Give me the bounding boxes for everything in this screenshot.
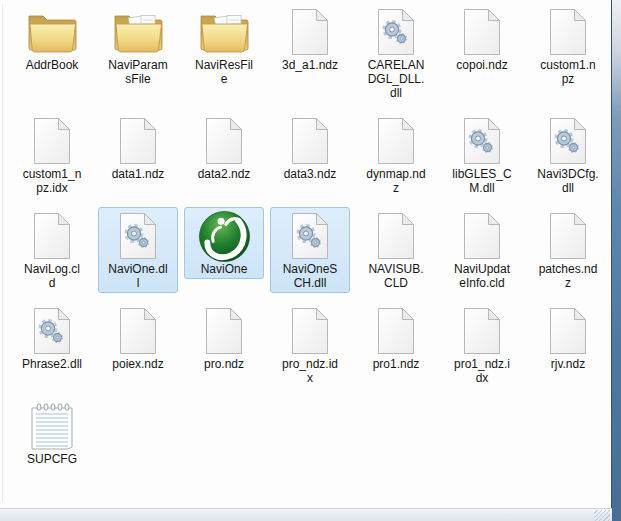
file-item[interactable]: data1.ndz (98, 112, 178, 184)
file-item[interactable]: 3d_a1.ndz (270, 3, 350, 75)
file-label: NaviUpdateInfo.cld (451, 262, 513, 290)
file-label: SUPCFG (27, 452, 77, 466)
file-item[interactable]: NaviOneSCH.dll (270, 207, 350, 293)
file-label: rjv.ndz (551, 357, 585, 371)
file-label: NAVISUB.CLD (365, 262, 427, 290)
document-icon (205, 116, 243, 166)
dll-gears-document-icon (549, 116, 587, 166)
file-item[interactable]: NAVISUB.CLD (356, 207, 436, 293)
document-icon (463, 306, 501, 356)
document-icon (463, 7, 501, 57)
file-item[interactable]: data3.ndz (270, 112, 350, 184)
document-icon (33, 211, 71, 261)
document-icon (377, 306, 415, 356)
document-icon (119, 116, 157, 166)
dll-gears-document-icon (463, 116, 501, 166)
panel-left-edge (2, 4, 3, 502)
file-item[interactable]: NaviResFile (184, 3, 264, 89)
file-item[interactable]: NaviUpdateInfo.cld (442, 207, 522, 293)
dll-gears-document-icon (119, 211, 157, 261)
file-item[interactable]: rjv.ndz (528, 302, 608, 374)
file-item[interactable]: custom1.npz (528, 3, 608, 89)
file-label: copoi.ndz (456, 58, 507, 72)
dll-gears-document-icon (291, 211, 329, 261)
file-label: NaviOne.dll (107, 262, 169, 290)
window-bottom-bar (0, 508, 612, 521)
file-item[interactable]: SUPCFG (12, 397, 92, 469)
file-label: NaviOneSCH.dll (279, 262, 341, 290)
file-label: CARELANDGL_DLL.dll (365, 58, 427, 100)
document-icon (205, 306, 243, 356)
document-icon (33, 116, 71, 166)
file-label: NaviOne (201, 262, 248, 276)
file-label: NaviParamsFile (107, 58, 169, 86)
document-icon (463, 211, 501, 261)
file-item[interactable]: pro1_ndz.idx (442, 302, 522, 388)
document-icon (291, 306, 329, 356)
file-item[interactable]: NaviOne.dll (98, 207, 178, 293)
file-label: NaviResFile (193, 58, 255, 86)
file-item[interactable]: custom1_npz.idx (12, 112, 92, 198)
file-item[interactable]: pro_ndz.idx (270, 302, 350, 388)
file-item[interactable]: AddrBook (12, 3, 92, 75)
file-item[interactable]: NaviLog.cld (12, 207, 92, 293)
file-label: pro1_ndz.idx (451, 357, 513, 385)
document-icon (549, 306, 587, 356)
document-icon (377, 116, 415, 166)
file-label: custom1.npz (537, 58, 599, 86)
files-view[interactable]: AddrBook NaviParamsFile NaviResFile 3d_a… (9, 3, 611, 469)
folder-with-documents-icon (198, 7, 250, 57)
file-item[interactable]: Navi3DCfg.dll (528, 112, 608, 198)
file-label: data3.ndz (284, 167, 337, 181)
file-item[interactable]: NaviOne (184, 207, 264, 279)
file-label: dynmap.ndz (365, 167, 427, 195)
document-icon (549, 211, 587, 261)
file-item[interactable]: NaviParamsFile (98, 3, 178, 89)
file-item[interactable]: dynmap.ndz (356, 112, 436, 198)
file-label: libGLES_CM.dll (451, 167, 513, 195)
document-icon (291, 7, 329, 57)
file-item[interactable]: Phrase2.dll (12, 302, 92, 374)
file-item[interactable]: poiex.ndz (98, 302, 178, 374)
file-item[interactable]: copoi.ndz (442, 3, 522, 75)
dll-gears-document-icon (33, 306, 71, 356)
file-label: pro.ndz (204, 357, 244, 371)
file-label: 3d_a1.ndz (282, 58, 338, 72)
file-label: AddrBook (26, 58, 79, 72)
file-item[interactable]: pro.ndz (184, 302, 264, 374)
dll-gears-document-icon (377, 7, 415, 57)
file-label: poiex.ndz (112, 357, 163, 371)
file-label: pro_ndz.idx (279, 357, 341, 385)
folder-icon (26, 7, 78, 57)
file-label: data2.ndz (198, 167, 251, 181)
file-label: Phrase2.dll (22, 357, 82, 371)
file-label: Navi3DCfg.dll (537, 167, 599, 195)
file-item[interactable]: pro1.ndz (356, 302, 436, 374)
document-icon (549, 7, 587, 57)
file-label: pro1.ndz (373, 357, 420, 371)
file-item[interactable]: CARELANDGL_DLL.dll (356, 3, 436, 103)
file-item[interactable]: data2.ndz (184, 112, 264, 184)
navione-app-icon (197, 211, 252, 261)
file-label: data1.ndz (112, 167, 165, 181)
folder-with-documents-icon (112, 7, 164, 57)
file-label: custom1_npz.idx (21, 167, 83, 195)
file-label: patches.ndz (537, 262, 599, 290)
file-label: NaviLog.cld (21, 262, 83, 290)
notepad-text-icon (30, 401, 74, 451)
document-icon (377, 211, 415, 261)
document-icon (291, 116, 329, 166)
file-item[interactable]: libGLES_CM.dll (442, 112, 522, 198)
resize-grip[interactable] (594, 510, 610, 521)
document-icon (119, 306, 157, 356)
file-list-panel: AddrBook NaviParamsFile NaviResFile 3d_a… (0, 0, 612, 508)
window-border-right (611, 0, 621, 521)
file-item[interactable]: patches.ndz (528, 207, 608, 293)
